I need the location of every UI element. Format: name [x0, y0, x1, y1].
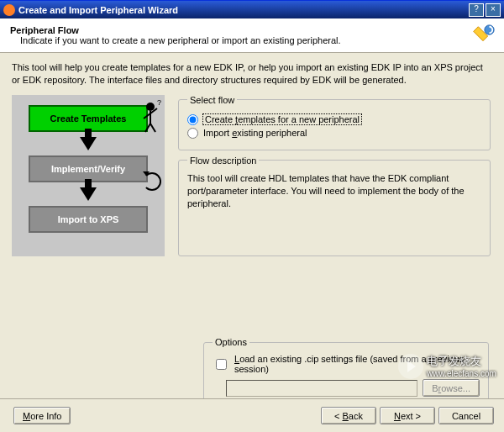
svg-text:?: ?: [157, 100, 161, 107]
flow-diagram: ? Create Templates Implement/Verify Impo…: [12, 95, 165, 256]
cip-file-input: [226, 380, 417, 397]
browse-button[interactable]: Browse...: [423, 379, 480, 397]
next-button[interactable]: Next >: [380, 407, 435, 424]
close-button[interactable]: ×: [486, 3, 501, 17]
select-flow-legend: Select flow: [187, 95, 237, 105]
page-title: Peripheral Flow: [10, 25, 494, 35]
svg-line-5: [145, 124, 150, 132]
options-group: Options Load an existing .cip settings f…: [203, 337, 489, 406]
content-area: This tool will help you create templates…: [0, 53, 504, 414]
flow-description-text: This tool will create HDL templates that…: [187, 172, 481, 211]
radio-import-label[interactable]: Import existing peripheral: [203, 128, 307, 138]
titlebar: Create and Import Peripheral Wizard ? ×: [0, 0, 504, 18]
arrow-down-icon: [80, 137, 97, 150]
flow-description-legend: Flow description: [187, 155, 259, 166]
wizard-header: Peripheral Flow Indicate if you want to …: [0, 18, 504, 53]
app-icon: [3, 4, 15, 16]
svg-line-6: [150, 124, 155, 132]
loop-arrow-icon: [143, 172, 161, 191]
svg-line-3: [144, 113, 150, 119]
flow-description-group: Flow description This tool will create H…: [178, 155, 491, 256]
wizard-icon: [470, 24, 496, 49]
more-info-button[interactable]: More Info: [13, 407, 71, 424]
svg-point-1: [146, 103, 155, 111]
intro-text: This tool will help you create templates…: [12, 61, 492, 87]
help-button[interactable]: ?: [469, 3, 484, 17]
cancel-button[interactable]: Cancel: [438, 407, 494, 424]
select-flow-group: Select flow Create templates for a new p…: [178, 95, 491, 150]
radio-create-templates[interactable]: [187, 114, 198, 125]
radio-create-label[interactable]: Create templates for a new peripheral: [203, 114, 361, 124]
thinking-figure-icon: ?: [139, 100, 162, 134]
step-import-xps: Import to XPS: [29, 206, 148, 233]
page-subtitle: Indicate if you want to create a new per…: [20, 35, 494, 45]
load-cip-label[interactable]: Load an existing .cip settings file (sav…: [234, 354, 480, 374]
radio-import-existing[interactable]: [187, 128, 198, 139]
window-title: Create and Import Peripheral Wizard: [18, 5, 469, 15]
arrow-down-icon: [80, 187, 97, 201]
options-legend: Options: [213, 337, 249, 347]
wizard-footer: More Info < Back Next > Cancel: [0, 398, 504, 432]
back-button[interactable]: < Back: [321, 407, 376, 424]
load-cip-checkbox[interactable]: [216, 359, 227, 370]
